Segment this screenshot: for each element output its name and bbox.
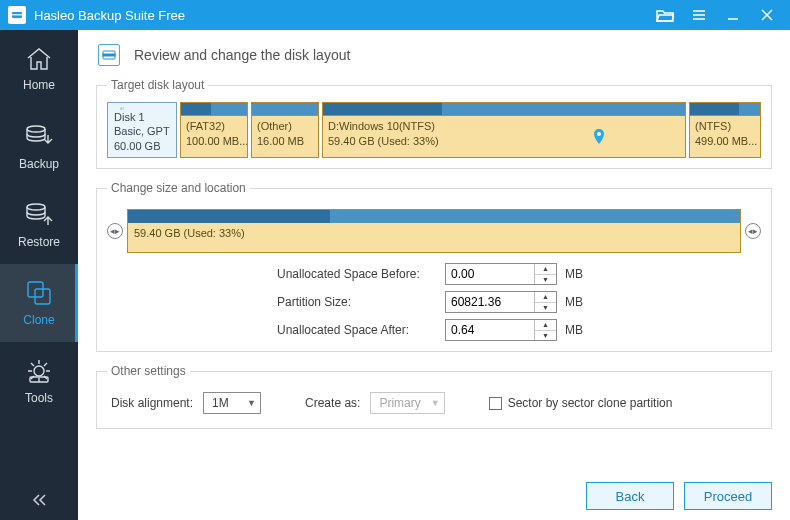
sidebar-item-tools[interactable]: Tools bbox=[0, 342, 78, 420]
sidebar-item-label: Restore bbox=[18, 235, 60, 249]
partition-ntfs[interactable]: (NTFS) 499.00 MB... bbox=[689, 102, 761, 158]
page-header: Review and change the disk layout bbox=[78, 30, 790, 76]
svg-point-12 bbox=[34, 366, 44, 376]
checkbox-icon bbox=[489, 397, 502, 410]
partition-size: 100.00 MB... bbox=[186, 134, 242, 149]
target-disk-fieldset: Target disk layout Disk 1 Basic, GPT 60.… bbox=[96, 78, 772, 169]
pin-icon bbox=[593, 129, 605, 147]
resize-partition[interactable]: 59.40 GB (Used: 33%) bbox=[127, 209, 741, 253]
svg-point-9 bbox=[27, 204, 45, 210]
collapse-sidebar-button[interactable] bbox=[0, 480, 78, 520]
disk-name: Disk 1 bbox=[114, 110, 170, 124]
createas-label: Create as: bbox=[305, 396, 360, 410]
proceed-button[interactable]: Proceed bbox=[684, 482, 772, 510]
sidebar-item-label: Tools bbox=[25, 391, 53, 405]
footer: Back Proceed bbox=[78, 472, 790, 520]
sidebar-item-clone[interactable]: Clone bbox=[0, 264, 78, 342]
disk-info[interactable]: Disk 1 Basic, GPT 60.00 GB bbox=[107, 102, 177, 158]
partition-other[interactable]: (Other) 16.00 MB bbox=[251, 102, 319, 158]
before-label: Unallocated Space Before: bbox=[277, 267, 437, 281]
spin-down[interactable]: ▼ bbox=[535, 275, 556, 285]
sidebar-item-label: Backup bbox=[19, 157, 59, 171]
partition-fs: (NTFS) bbox=[695, 119, 755, 134]
sidebar: Home Backup Restore Clone Tools bbox=[0, 30, 78, 520]
menu-button[interactable] bbox=[682, 0, 716, 30]
spin-up[interactable]: ▲ bbox=[535, 320, 556, 331]
unit-mb: MB bbox=[565, 323, 583, 337]
partition-size: 59.40 GB (Used: 33%) bbox=[328, 134, 680, 149]
alignment-value: 1M bbox=[212, 396, 229, 410]
partition-windows[interactable]: D:Windows 10(NTFS) 59.40 GB (Used: 33%) bbox=[322, 102, 686, 158]
unit-mb: MB bbox=[565, 295, 583, 309]
size-label: Partition Size: bbox=[277, 295, 437, 309]
disk-size: 60.00 GB bbox=[114, 139, 170, 153]
resize-handle-right[interactable]: ◂▸ bbox=[745, 223, 761, 239]
sidebar-item-backup[interactable]: Backup bbox=[0, 108, 78, 186]
resize-fieldset: Change size and location ◂▸ 59.40 GB (Us… bbox=[96, 181, 772, 352]
other-fieldset: Other settings Disk alignment: 1M ▼ Crea… bbox=[96, 364, 772, 429]
resize-partition-label: 59.40 GB (Used: 33%) bbox=[128, 223, 740, 243]
partition-size: 499.00 MB... bbox=[695, 134, 755, 149]
createas-select: Primary ▼ bbox=[370, 392, 444, 414]
spin-down[interactable]: ▼ bbox=[535, 331, 556, 341]
sector-clone-option[interactable]: Sector by sector clone partition bbox=[489, 396, 673, 410]
partition-size-input[interactable] bbox=[446, 292, 534, 312]
partition-fs: D:Windows 10(NTFS) bbox=[328, 119, 680, 134]
main-panel: Review and change the disk layout Target… bbox=[78, 30, 790, 520]
app-icon bbox=[8, 6, 26, 24]
sidebar-item-restore[interactable]: Restore bbox=[0, 186, 78, 264]
spin-down[interactable]: ▼ bbox=[535, 303, 556, 313]
svg-rect-15 bbox=[103, 54, 115, 56]
target-legend: Target disk layout bbox=[107, 78, 208, 92]
open-button[interactable] bbox=[648, 0, 682, 30]
resize-legend: Change size and location bbox=[107, 181, 250, 195]
partition-fs: (Other) bbox=[257, 119, 313, 134]
resize-handle-left[interactable]: ◂▸ bbox=[107, 223, 123, 239]
spin-up[interactable]: ▲ bbox=[535, 292, 556, 303]
sidebar-item-home[interactable]: Home bbox=[0, 30, 78, 108]
chevron-down-icon: ▼ bbox=[431, 398, 440, 408]
svg-rect-1 bbox=[12, 14, 22, 15]
minimize-button[interactable] bbox=[716, 0, 750, 30]
partition-size: 16.00 MB bbox=[257, 134, 313, 149]
titlebar: Hasleo Backup Suite Free bbox=[0, 0, 790, 30]
sector-clone-label: Sector by sector clone partition bbox=[508, 396, 673, 410]
disk-type: Basic, GPT bbox=[114, 124, 170, 138]
unalloc-after-input[interactable] bbox=[446, 320, 534, 340]
sidebar-item-label: Home bbox=[23, 78, 55, 92]
createas-value: Primary bbox=[379, 396, 420, 410]
spin-up[interactable]: ▲ bbox=[535, 264, 556, 275]
svg-point-19 bbox=[597, 132, 601, 136]
disk-layout-icon bbox=[98, 44, 120, 66]
alignment-label: Disk alignment: bbox=[111, 396, 193, 410]
page-title: Review and change the disk layout bbox=[134, 47, 350, 63]
sidebar-item-label: Clone bbox=[23, 313, 54, 327]
unalloc-before-input[interactable] bbox=[446, 264, 534, 284]
close-button[interactable] bbox=[750, 0, 784, 30]
unit-mb: MB bbox=[565, 267, 583, 281]
back-button[interactable]: Back bbox=[586, 482, 674, 510]
other-legend: Other settings bbox=[107, 364, 190, 378]
svg-point-8 bbox=[27, 126, 45, 132]
alignment-select[interactable]: 1M ▼ bbox=[203, 392, 261, 414]
after-label: Unallocated Space After: bbox=[277, 323, 437, 337]
app-title: Hasleo Backup Suite Free bbox=[34, 8, 185, 23]
chevron-down-icon: ▼ bbox=[247, 398, 256, 408]
partition-fs: (FAT32) bbox=[186, 119, 242, 134]
partition-fat32[interactable]: (FAT32) 100.00 MB... bbox=[180, 102, 248, 158]
